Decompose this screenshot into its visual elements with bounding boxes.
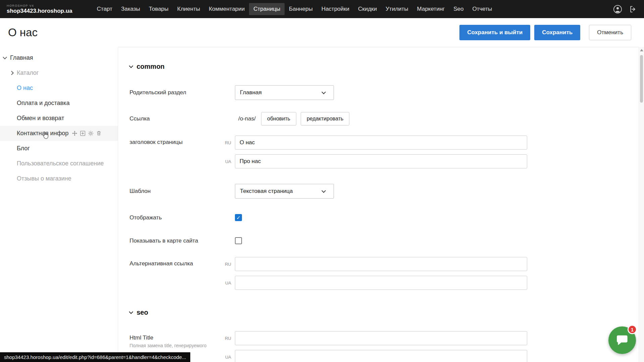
logout-icon[interactable] xyxy=(629,5,637,13)
template-value: Текстовая страница xyxy=(240,188,293,195)
display-row: Отображать ✓ xyxy=(130,214,644,221)
nav-item-clients[interactable]: Клиенты xyxy=(173,3,204,15)
nav-item-marketing[interactable]: Маркетинг xyxy=(413,3,449,15)
html-title-label-text: Html Title xyxy=(130,334,221,341)
account-icon[interactable] xyxy=(613,5,622,14)
section-common-header[interactable]: common xyxy=(130,63,644,70)
section-common-title: common xyxy=(137,63,164,70)
template-row: Шаблон Текстовая страница xyxy=(130,184,644,199)
brand-domain: shop34423.horoshop.ua xyxy=(7,8,72,14)
page-title-label: заголовок страницы xyxy=(130,136,221,146)
tree-item-store-reviews[interactable]: Отзывы о магазине xyxy=(0,171,118,186)
lang-ru-badge: RU xyxy=(221,336,235,341)
nav-item-start[interactable]: Старт xyxy=(93,3,117,15)
tree-item-catalog[interactable]: Каталог xyxy=(0,65,118,81)
nav-item-reports[interactable]: Отчеты xyxy=(468,3,496,15)
app-root: HOROSHOP V4 shop34423.horoshop.ua Старт … xyxy=(0,0,644,362)
nav-item-products[interactable]: Товары xyxy=(145,3,173,15)
lang-ua-badge: UA xyxy=(221,159,235,164)
parent-section-row: Родительский раздел Главная xyxy=(130,85,644,100)
link-row: Ссылка /o-nas/ обновить редактировать xyxy=(130,112,644,125)
parent-section-value: Главная xyxy=(240,89,262,96)
section-seo-header[interactable]: seo xyxy=(130,309,644,316)
page-edit-form: common Родительский раздел Главная Ссылк… xyxy=(118,47,644,362)
save-button[interactable]: Сохранить xyxy=(534,25,580,40)
tree-item-label: Оплата и доставка xyxy=(17,100,69,107)
lang-ua-badge: UA xyxy=(221,280,235,286)
pages-tree-sidebar: Главная Каталог О нас Оплата и доставка … xyxy=(0,47,118,362)
nav-item-comments[interactable]: Комментарии xyxy=(204,3,249,15)
page-title-ru-input[interactable] xyxy=(235,136,527,150)
chevron-right-icon[interactable] xyxy=(9,71,14,75)
save-and-exit-button[interactable]: Сохранить и выйти xyxy=(459,25,530,40)
link-refresh-button[interactable]: обновить xyxy=(261,112,296,125)
chevron-down-icon xyxy=(321,189,326,193)
tree-item-label: Контактная инфор xyxy=(17,130,68,137)
tree-item-home[interactable]: Главная xyxy=(0,50,118,65)
chat-widget-button[interactable]: 1 xyxy=(608,326,636,354)
template-select[interactable]: Текстовая страница xyxy=(235,184,334,199)
chevron-down-icon[interactable] xyxy=(3,55,7,59)
parent-section-select[interactable]: Главная xyxy=(235,85,334,100)
delete-trash-icon[interactable] xyxy=(96,131,102,136)
scroll-up-arrow[interactable] xyxy=(640,49,643,51)
html-title-ua-input[interactable] xyxy=(235,350,527,362)
move-icon[interactable] xyxy=(72,131,78,136)
display-checkbox[interactable]: ✓ xyxy=(235,214,242,221)
alt-link-ua-input[interactable] xyxy=(235,276,527,290)
tree-item-payment-delivery[interactable]: Оплата и доставка xyxy=(0,96,118,111)
header-actions: Сохранить и выйти Сохранить Отменить xyxy=(455,25,631,40)
brand[interactable]: HOROSHOP V4 shop34423.horoshop.ua xyxy=(7,4,72,14)
tree-item-exchange-return[interactable]: Обмен и возврат xyxy=(0,111,118,126)
template-label: Шаблон xyxy=(130,188,221,195)
tree-item-label: О нас xyxy=(17,85,33,92)
nav-item-seo[interactable]: Seo xyxy=(449,3,468,15)
nav-item-banners[interactable]: Баннеры xyxy=(285,3,317,15)
page-title: О нас xyxy=(8,26,38,39)
html-title-row: Html Title Полная замена title, генериру… xyxy=(130,331,644,362)
html-title-label: Html Title Полная замена title, генериру… xyxy=(130,331,221,349)
sitemap-label: Показывать в карте сайта xyxy=(130,238,221,244)
tree-item-contact-info[interactable]: Контактная инфор xyxy=(0,126,118,141)
display-label: Отображать xyxy=(130,214,221,221)
alt-link-label: Альтернативная ссылка xyxy=(130,257,221,267)
vertical-scrollbar[interactable] xyxy=(639,47,644,362)
nav-item-utilities[interactable]: Утилиты xyxy=(381,3,413,15)
lang-ru-badge: RU xyxy=(221,140,235,145)
link-path: /o-nas/ xyxy=(238,115,256,122)
sitemap-checkbox[interactable] xyxy=(235,237,242,244)
status-url: shop34423.horoshop.ua/edit/edit.php?id=6… xyxy=(0,352,190,362)
add-icon[interactable] xyxy=(80,131,86,136)
section-seo-title: seo xyxy=(137,309,148,316)
tree-item-user-agreement[interactable]: Пользовательское соглашение xyxy=(0,156,118,171)
chevron-down-icon xyxy=(321,90,326,94)
nav-item-pages[interactable]: Страницы xyxy=(249,3,285,15)
alt-link-ru-input[interactable] xyxy=(235,257,527,271)
sitemap-row: Показывать в карте сайта xyxy=(130,237,644,244)
settings-gear-icon[interactable] xyxy=(88,131,94,136)
nav-item-settings[interactable]: Настройки xyxy=(317,3,354,15)
topbar: HOROSHOP V4 shop34423.horoshop.ua Старт … xyxy=(0,0,644,18)
nav-item-orders[interactable]: Заказы xyxy=(117,3,145,15)
chevron-down-icon xyxy=(129,310,133,314)
cancel-button[interactable]: Отменить xyxy=(589,25,631,40)
tree-item-label: Отзывы о магазине xyxy=(17,175,71,182)
main-nav: Старт Заказы Товары Клиенты Комментарии … xyxy=(93,3,497,15)
tree-item-blog[interactable]: Блог xyxy=(0,141,118,156)
tree-item-label: Главная xyxy=(10,54,33,61)
tree-item-label: Каталог xyxy=(17,69,39,76)
tree-item-label: Обмен и возврат xyxy=(17,115,64,122)
tree-item-about[interactable]: О нас xyxy=(0,81,118,96)
alt-link-row: Альтернативная ссылка RU UA xyxy=(130,257,644,290)
topbar-right xyxy=(613,5,637,14)
tree-item-label: Блог xyxy=(17,145,30,152)
scrollbar-thumb[interactable] xyxy=(640,55,643,103)
html-title-ru-input[interactable] xyxy=(235,331,527,345)
brand-version-label: HOROSHOP V4 xyxy=(7,4,72,7)
parent-section-label: Родительский раздел xyxy=(130,89,221,96)
nav-item-discounts[interactable]: Скидки xyxy=(354,3,381,15)
page-title-ua-input[interactable] xyxy=(235,154,527,168)
body: Главная Каталог О нас Оплата и доставка … xyxy=(0,47,644,362)
link-edit-button[interactable]: редактировать xyxy=(301,112,349,125)
chat-bubble-icon xyxy=(615,333,629,347)
